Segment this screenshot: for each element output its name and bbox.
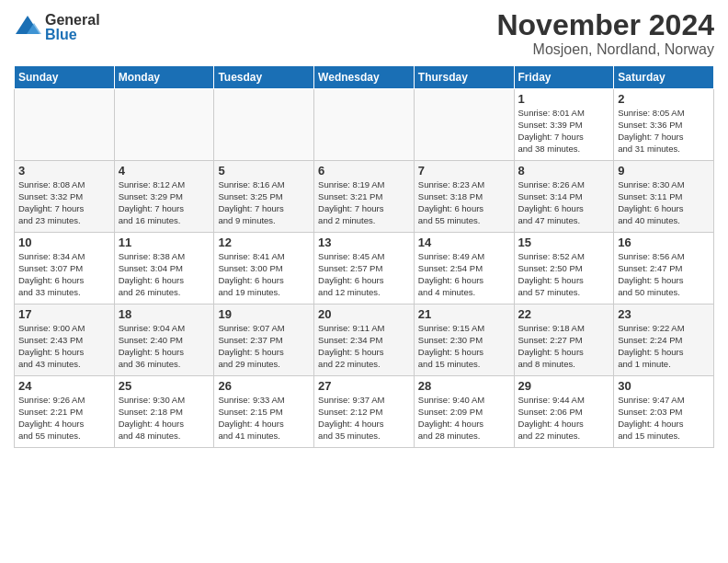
day-number: 28	[418, 379, 510, 393]
logo: General Blue	[14, 13, 100, 42]
day-number: 30	[618, 379, 710, 393]
calendar-cell: 27Sunrise: 9:37 AM Sunset: 2:12 PM Dayli…	[314, 376, 415, 448]
calendar-cell	[314, 89, 415, 161]
calendar-body: 1Sunrise: 8:01 AM Sunset: 3:39 PM Daylig…	[15, 89, 714, 448]
day-number: 18	[119, 307, 210, 321]
calendar-cell: 5Sunrise: 8:16 AM Sunset: 3:25 PM Daylig…	[214, 161, 314, 233]
header-row: Sunday Monday Tuesday Wednesday Thursday…	[15, 66, 714, 89]
header: General Blue November 2024 Mosjoen, Nord…	[14, 9, 714, 58]
calendar-cell: 7Sunrise: 8:23 AM Sunset: 3:18 PM Daylig…	[414, 161, 514, 233]
calendar-cell: 17Sunrise: 9:00 AM Sunset: 2:43 PM Dayli…	[15, 304, 115, 376]
calendar-week-0: 1Sunrise: 8:01 AM Sunset: 3:39 PM Daylig…	[15, 89, 714, 161]
day-info: Sunrise: 8:05 AM Sunset: 3:36 PM Dayligh…	[618, 108, 710, 155]
day-info: Sunrise: 8:34 AM Sunset: 3:07 PM Dayligh…	[18, 251, 110, 298]
calendar-cell: 26Sunrise: 9:33 AM Sunset: 2:15 PM Dayli…	[214, 376, 314, 448]
day-info: Sunrise: 9:07 AM Sunset: 2:37 PM Dayligh…	[218, 323, 310, 370]
day-number: 29	[518, 379, 610, 393]
day-info: Sunrise: 8:52 AM Sunset: 2:50 PM Dayligh…	[518, 251, 610, 298]
day-number: 12	[218, 236, 310, 249]
day-info: Sunrise: 8:56 AM Sunset: 2:47 PM Dayligh…	[618, 251, 710, 298]
calendar-week-4: 24Sunrise: 9:26 AM Sunset: 2:21 PM Dayli…	[15, 376, 714, 448]
calendar-cell	[15, 89, 115, 161]
day-number: 3	[18, 164, 110, 178]
day-number: 17	[18, 307, 110, 321]
calendar-week-2: 10Sunrise: 8:34 AM Sunset: 3:07 PM Dayli…	[15, 233, 714, 304]
calendar-cell: 21Sunrise: 9:15 AM Sunset: 2:30 PM Dayli…	[414, 304, 514, 376]
day-info: Sunrise: 9:15 AM Sunset: 2:30 PM Dayligh…	[418, 323, 510, 370]
logo-text: General Blue	[45, 13, 100, 42]
day-info: Sunrise: 8:12 AM Sunset: 3:29 PM Dayligh…	[119, 179, 210, 226]
logo-general: General	[45, 13, 100, 28]
day-info: Sunrise: 8:26 AM Sunset: 3:14 PM Dayligh…	[518, 179, 610, 226]
calendar-cell: 16Sunrise: 8:56 AM Sunset: 2:47 PM Dayli…	[614, 233, 714, 304]
day-info: Sunrise: 9:11 AM Sunset: 2:34 PM Dayligh…	[318, 323, 410, 370]
calendar-cell: 13Sunrise: 8:45 AM Sunset: 2:57 PM Dayli…	[314, 233, 415, 304]
calendar-week-3: 17Sunrise: 9:00 AM Sunset: 2:43 PM Dayli…	[15, 304, 714, 376]
header-monday: Monday	[114, 66, 214, 89]
day-number: 13	[318, 236, 410, 249]
day-number: 4	[119, 164, 210, 178]
calendar-header: Sunday Monday Tuesday Wednesday Thursday…	[15, 66, 714, 89]
logo-icon	[14, 14, 41, 41]
calendar-cell: 23Sunrise: 9:22 AM Sunset: 2:24 PM Dayli…	[614, 304, 714, 376]
day-number: 21	[418, 307, 510, 321]
day-number: 7	[418, 164, 510, 178]
day-info: Sunrise: 8:41 AM Sunset: 3:00 PM Dayligh…	[218, 251, 310, 298]
day-info: Sunrise: 9:22 AM Sunset: 2:24 PM Dayligh…	[618, 323, 710, 370]
calendar-cell: 22Sunrise: 9:18 AM Sunset: 2:27 PM Dayli…	[514, 304, 614, 376]
day-info: Sunrise: 8:49 AM Sunset: 2:54 PM Dayligh…	[418, 251, 510, 298]
calendar-cell: 15Sunrise: 8:52 AM Sunset: 2:50 PM Dayli…	[514, 233, 614, 304]
calendar-cell: 10Sunrise: 8:34 AM Sunset: 3:07 PM Dayli…	[15, 233, 115, 304]
calendar-cell: 9Sunrise: 8:30 AM Sunset: 3:11 PM Daylig…	[614, 161, 714, 233]
day-info: Sunrise: 8:23 AM Sunset: 3:18 PM Dayligh…	[418, 179, 510, 226]
calendar-week-1: 3Sunrise: 8:08 AM Sunset: 3:32 PM Daylig…	[15, 161, 714, 233]
day-number: 14	[418, 236, 510, 249]
calendar-cell	[214, 89, 314, 161]
day-info: Sunrise: 8:08 AM Sunset: 3:32 PM Dayligh…	[18, 179, 110, 226]
day-number: 25	[119, 379, 210, 393]
calendar-cell: 8Sunrise: 8:26 AM Sunset: 3:14 PM Daylig…	[514, 161, 614, 233]
calendar-cell: 12Sunrise: 8:41 AM Sunset: 3:00 PM Dayli…	[214, 233, 314, 304]
header-friday: Friday	[514, 66, 614, 89]
calendar: Sunday Monday Tuesday Wednesday Thursday…	[14, 65, 714, 448]
day-info: Sunrise: 9:47 AM Sunset: 2:03 PM Dayligh…	[618, 395, 710, 442]
header-saturday: Saturday	[614, 66, 714, 89]
day-number: 5	[218, 164, 310, 178]
day-number: 9	[618, 164, 710, 178]
header-tuesday: Tuesday	[214, 66, 314, 89]
calendar-cell: 25Sunrise: 9:30 AM Sunset: 2:18 PM Dayli…	[114, 376, 214, 448]
calendar-cell: 24Sunrise: 9:26 AM Sunset: 2:21 PM Dayli…	[15, 376, 115, 448]
calendar-cell: 1Sunrise: 8:01 AM Sunset: 3:39 PM Daylig…	[514, 89, 614, 161]
calendar-cell: 3Sunrise: 8:08 AM Sunset: 3:32 PM Daylig…	[15, 161, 115, 233]
calendar-cell: 4Sunrise: 8:12 AM Sunset: 3:29 PM Daylig…	[114, 161, 214, 233]
day-number: 2	[618, 92, 710, 106]
day-info: Sunrise: 9:44 AM Sunset: 2:06 PM Dayligh…	[518, 395, 610, 442]
calendar-cell: 11Sunrise: 8:38 AM Sunset: 3:04 PM Dayli…	[114, 233, 214, 304]
day-number: 16	[618, 236, 710, 249]
calendar-cell	[114, 89, 214, 161]
logo-blue: Blue	[45, 28, 100, 42]
calendar-cell: 30Sunrise: 9:47 AM Sunset: 2:03 PM Dayli…	[614, 376, 714, 448]
day-info: Sunrise: 8:45 AM Sunset: 2:57 PM Dayligh…	[318, 251, 410, 298]
page: General Blue November 2024 Mosjoen, Nord…	[0, 0, 728, 563]
location: Mosjoen, Nordland, Norway	[496, 41, 714, 58]
day-number: 19	[218, 307, 310, 321]
day-number: 20	[318, 307, 410, 321]
day-info: Sunrise: 8:01 AM Sunset: 3:39 PM Dayligh…	[518, 108, 610, 155]
day-number: 10	[18, 236, 110, 249]
calendar-cell: 2Sunrise: 8:05 AM Sunset: 3:36 PM Daylig…	[614, 89, 714, 161]
day-info: Sunrise: 9:26 AM Sunset: 2:21 PM Dayligh…	[18, 395, 110, 442]
day-info: Sunrise: 9:30 AM Sunset: 2:18 PM Dayligh…	[119, 395, 210, 442]
day-info: Sunrise: 9:37 AM Sunset: 2:12 PM Dayligh…	[318, 395, 410, 442]
day-info: Sunrise: 9:00 AM Sunset: 2:43 PM Dayligh…	[18, 323, 110, 370]
month-title: November 2024	[496, 9, 714, 41]
day-info: Sunrise: 8:19 AM Sunset: 3:21 PM Dayligh…	[318, 179, 410, 226]
day-info: Sunrise: 8:30 AM Sunset: 3:11 PM Dayligh…	[618, 179, 710, 226]
day-number: 6	[318, 164, 410, 178]
day-info: Sunrise: 8:16 AM Sunset: 3:25 PM Dayligh…	[218, 179, 310, 226]
day-number: 24	[18, 379, 110, 393]
day-number: 23	[618, 307, 710, 321]
day-info: Sunrise: 8:38 AM Sunset: 3:04 PM Dayligh…	[119, 251, 210, 298]
day-info: Sunrise: 9:04 AM Sunset: 2:40 PM Dayligh…	[119, 323, 210, 370]
day-number: 1	[518, 92, 610, 106]
